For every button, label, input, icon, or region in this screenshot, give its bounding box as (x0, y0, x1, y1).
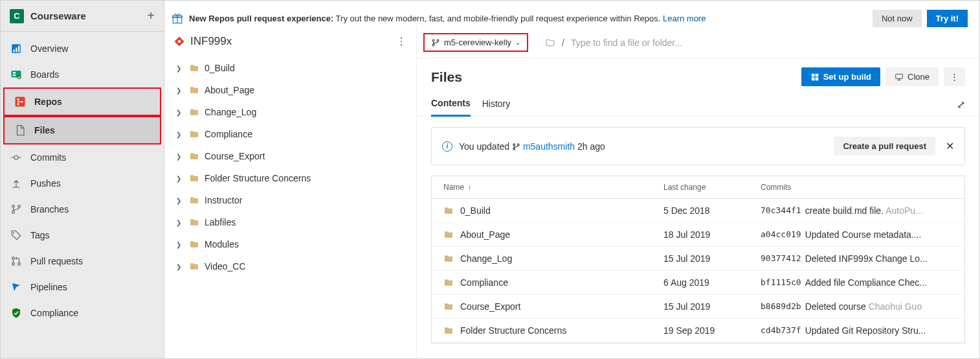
nav-commits[interactable]: Commits (1, 145, 164, 170)
tree-item-label: Instructor (205, 195, 242, 205)
page-header: Files Set up build Clone ⋮ (417, 58, 979, 86)
file-name: 0_Build (460, 205, 491, 216)
nav-pipelines[interactable]: Pipelines (1, 274, 164, 300)
last-change: 15 Jul 2019 (663, 301, 761, 312)
svg-rect-6 (13, 75, 16, 76)
table-row[interactable]: Change_Log15 Jul 201990377412 Deleted IN… (432, 247, 964, 271)
fullscreen-icon[interactable]: ⤢ (957, 98, 965, 111)
more-actions-button[interactable]: ⋮ (944, 67, 965, 86)
chevron-right-icon: ❯ (176, 131, 184, 138)
sort-up-icon: ↑ (468, 183, 472, 191)
last-change: 19 Sep 2019 (663, 325, 761, 336)
nav-label: Files (34, 125, 55, 135)
tree-item[interactable]: ❯Compliance (170, 123, 411, 145)
file-name: About_Page (460, 229, 510, 240)
try-it-button[interactable]: Try it! (927, 10, 968, 27)
svg-point-17 (12, 257, 15, 260)
tree-item[interactable]: ❯Instructor (170, 189, 411, 211)
chevron-right-icon: ❯ (176, 263, 184, 270)
table-row[interactable]: Compliance6 Aug 2019bf1115c0 Added file … (432, 271, 964, 295)
tree-item-label: Change_Log (205, 107, 256, 117)
pipelines-icon (10, 281, 23, 294)
chevron-down-icon: ⌄ (515, 39, 520, 46)
commit-message: Updated Course metadata.... (805, 229, 922, 240)
boards-icon (10, 68, 23, 81)
tree-item[interactable]: ❯Video_CC (170, 255, 411, 277)
table-row[interactable]: Course_Export15 Jul 2019b8689d2b Deleted… (432, 295, 964, 319)
file-name: Folder Structure Concerns (460, 325, 566, 336)
project-name[interactable]: Courseware (30, 10, 86, 21)
tree-item[interactable]: ❯About_Page (170, 79, 411, 101)
chevron-right-icon: ❯ (176, 175, 184, 182)
project-avatar: C (10, 9, 24, 23)
svg-rect-28 (811, 77, 814, 80)
table-row[interactable]: Folder Structure Concerns19 Sep 2019cd4b… (432, 319, 964, 343)
commit-message: Added file Compliance Chec... (805, 277, 927, 288)
setup-build-button[interactable]: Set up build (801, 67, 880, 86)
nav-label: Boards (30, 69, 59, 80)
col-name-header[interactable]: Name ↑ (443, 183, 663, 192)
page-actions: Set up build Clone ⋮ (801, 67, 965, 86)
path-input[interactable] (571, 38, 713, 48)
svg-rect-29 (815, 77, 818, 80)
nav-label: Branches (30, 204, 69, 214)
close-icon[interactable]: ✕ (946, 140, 954, 152)
more-vertical-icon: ⋮ (950, 72, 959, 82)
commit-message: Deleted course Chaohui Guo (805, 301, 922, 312)
tree-item[interactable]: ❯0_Build (170, 57, 411, 79)
tree-item[interactable]: ❯Course_Export (170, 145, 411, 167)
nav-compliance[interactable]: Compliance (1, 300, 164, 326)
nav-repos[interactable]: Repos (3, 87, 161, 116)
col-change-header[interactable]: Last change (663, 183, 761, 192)
notice-text: You updated m5authsmith 2h ago (459, 141, 827, 152)
tree-item[interactable]: ❯Modules (170, 233, 411, 255)
nav-label: Repos (34, 97, 62, 107)
clone-button[interactable]: Clone (885, 67, 939, 86)
nav-pull-requests[interactable]: Pull requests (1, 248, 164, 274)
nav-files[interactable]: Files (3, 116, 161, 145)
tree-item-label: About_Page (205, 85, 254, 95)
tab-contents[interactable]: Contents (431, 93, 471, 117)
tree-list: ❯0_Build❯About_Page❯Change_Log❯Complianc… (164, 54, 416, 280)
tree-item[interactable]: ❯Change_Log (170, 101, 411, 123)
file-name: Compliance (460, 277, 508, 288)
nav-boards[interactable]: Boards (1, 62, 164, 87)
svg-point-14 (12, 211, 15, 214)
banner-text: New Repos pull request experience: Try o… (189, 14, 867, 23)
repo-selector[interactable]: INF999x (173, 35, 232, 48)
notice-branch-link[interactable]: m5authsmith (523, 141, 575, 152)
info-icon: i (442, 141, 452, 152)
learn-more-link[interactable]: Learn more (663, 14, 706, 23)
branch-icon (431, 38, 440, 47)
nav-label: Overview (30, 43, 68, 54)
commit-hash: bf1115c0 (761, 277, 801, 288)
svg-point-23 (432, 40, 434, 41)
tree-item-label: Folder Structure Concerns (205, 173, 311, 183)
more-icon[interactable]: ⋯ (395, 36, 408, 47)
table-row[interactable]: 0_Build5 Dec 201870c344f1 create build.m… (432, 199, 964, 223)
nav-label: Commits (30, 152, 66, 163)
nav-overview[interactable]: Overview (1, 36, 164, 62)
tab-history[interactable]: History (482, 93, 511, 115)
page-title: Files (431, 69, 462, 85)
commits-icon (10, 151, 23, 164)
svg-point-15 (18, 205, 21, 208)
nav-label: Compliance (30, 308, 78, 318)
nav-tags[interactable]: Tags (1, 222, 164, 248)
svg-point-24 (432, 44, 434, 46)
nav-pushes[interactable]: Pushes (1, 170, 164, 196)
tree-item[interactable]: ❯Labfiles (170, 211, 411, 233)
not-now-button[interactable]: Not now (873, 10, 922, 27)
tree-item[interactable]: ❯Folder Structure Concerns (170, 167, 411, 189)
table-row[interactable]: About_Page18 Jul 2019a04cc019 Updated Co… (432, 223, 964, 247)
branch-selector[interactable]: m5-cereview-kelly ⌄ (423, 33, 528, 52)
col-commits-header[interactable]: Commits (761, 183, 953, 192)
create-pr-button[interactable]: Create a pull request (834, 137, 935, 156)
svg-point-32 (513, 148, 515, 150)
add-icon[interactable]: + (147, 8, 155, 23)
svg-point-10 (17, 103, 19, 105)
nav-branches[interactable]: Branches (1, 196, 164, 222)
svg-point-18 (12, 263, 15, 266)
repo-name: INF999x (190, 35, 232, 48)
svg-rect-3 (18, 46, 19, 52)
